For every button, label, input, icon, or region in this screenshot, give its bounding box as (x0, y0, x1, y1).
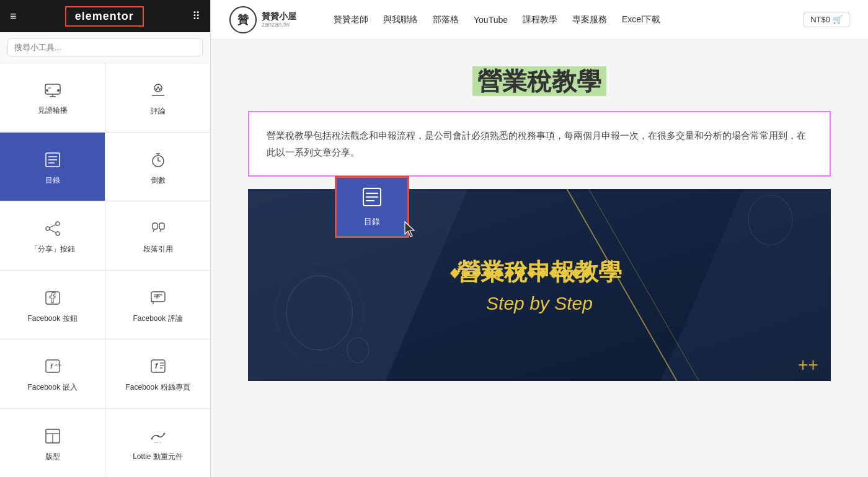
top-bar: ≡ elementor ⠿ (0, 0, 210, 32)
svg-text:</>: </> (55, 362, 61, 368)
nav-blog[interactable]: 部落格 (433, 14, 459, 25)
blockquote-icon (149, 220, 167, 240)
widget-countdown[interactable]: 倒數 (105, 133, 210, 201)
widget-lottie[interactable]: - - - Lottie 動重元件 (105, 409, 210, 478)
widget-facebook-embed[interactable]: f </> Facebook 嵌入 (0, 339, 105, 408)
svg-point-37 (151, 437, 153, 439)
widget-testimonial-carousel-label: 見證輪播 (38, 106, 68, 116)
svg-point-18 (56, 232, 60, 235)
search-input[interactable] (7, 38, 203, 56)
left-panel: ≡ elementor ⠿ 見證輪播 (0, 0, 211, 477)
widget-fb-page-label: Facebook 粉絲專頁 (125, 383, 190, 393)
svg-text:f: f (155, 362, 158, 370)
testimonial-carousel-icon (43, 82, 62, 101)
cart-button[interactable]: NT$0 🛒 (804, 12, 849, 27)
widget-blockquote[interactable]: 段落引用 (105, 201, 210, 270)
countdown-icon (149, 151, 167, 171)
floating-widget-label: 目錄 (364, 216, 380, 227)
svg-text:++: ++ (798, 354, 818, 375)
widget-facebook-page[interactable]: f Facebook 粉絲專頁 (105, 339, 210, 408)
banner-title: 營業稅申報教學 (457, 256, 622, 288)
logo-text: 贊贊小屋 (262, 11, 296, 22)
facebook-button-icon (44, 289, 61, 309)
widget-fb-embed-label: Facebook 嵌入 (27, 383, 77, 393)
widget-facebook-comments[interactable]: f Facebook 評論 (105, 271, 210, 339)
template-icon (44, 427, 61, 447)
widget-facebook-button[interactable]: Facebook 按鈕 (0, 271, 105, 339)
svg-point-38 (157, 435, 159, 437)
nav-course[interactable]: 課程教學 (523, 14, 557, 25)
facebook-page-icon: f (149, 358, 167, 378)
widget-table-of-contents[interactable]: 目錄 (0, 133, 105, 201)
lottie-icon: - - - (149, 427, 167, 447)
widget-lottie-label: Lottie 動重元件 (133, 452, 183, 462)
elementor-title: elementor (65, 6, 144, 27)
svg-rect-0 (45, 84, 60, 94)
widget-testimonial-carousel[interactable]: 見證輪播 (0, 63, 105, 132)
review-icon (149, 82, 167, 102)
page-title: 營業稅教學 (472, 66, 606, 96)
floating-widget-overlay[interactable]: 目錄 (335, 176, 409, 238)
page-content: 營業稅教學 營業稅教學包括稅法觀念和申報流程，是公司會計必須熟悉的稅務事項，每兩… (211, 40, 868, 477)
cart-label: NT$0 (810, 15, 830, 24)
widget-review-label: 評論 (151, 107, 166, 116)
content-area: 營業稅教學 營業稅教學包括稅法觀念和申報流程，是公司會計必須熟悉的稅務事項，每兩… (211, 40, 868, 393)
banner-subtitle: Step by Step (457, 293, 622, 314)
svg-text:- - -: - - - (154, 440, 162, 444)
svg-point-39 (163, 432, 165, 434)
nav-youtube[interactable]: YouTube (474, 15, 508, 25)
widget-fb-button-label: Facebook 按鈕 (27, 314, 77, 324)
nav-zanzan-teacher[interactable]: 贊贊老師 (334, 14, 368, 25)
cart-icon: 🛒 (833, 15, 843, 24)
text-block-content: 營業稅教學包括稅法觀念和申報流程，是公司會計必須熟悉的稅務事項，每兩個月申報一次… (267, 127, 812, 160)
site-logo: 贊 贊贊小屋 zanzan.tw (229, 6, 296, 33)
text-block-wrapper: 營業稅教學包括稅法觀念和申報流程，是公司會計必須熟悉的稅務事項，每兩個月申報一次… (248, 111, 831, 177)
logo-circle: 贊 (229, 6, 257, 33)
svg-rect-29 (151, 360, 165, 372)
svg-point-4 (57, 89, 60, 92)
nav-right: NT$0 🛒 (804, 12, 849, 27)
search-bar (0, 32, 210, 63)
svg-text:f: f (50, 362, 53, 370)
widget-toc-label: 目錄 (45, 176, 60, 186)
svg-point-16 (56, 222, 60, 225)
svg-point-5 (154, 84, 162, 92)
widget-share-button[interactable]: 「分享」按鈕 (0, 201, 105, 270)
logo-sub: zanzan.tw (262, 21, 296, 28)
toc-icon (44, 151, 61, 171)
site-header: 贊 贊贊小屋 zanzan.tw 贊贊老師 與我聯絡 部落格 YouTube 課… (211, 0, 868, 40)
floating-widget-icon (362, 187, 382, 211)
nav-contact[interactable]: 與我聯絡 (383, 14, 418, 25)
nav-links: 贊贊老師 與我聯絡 部落格 YouTube 課程教學 專案服務 Excel下載 (334, 14, 791, 25)
hamburger-icon[interactable]: ≡ (10, 10, 17, 23)
svg-line-20 (50, 230, 56, 233)
banner-text: 營業稅申報教學 Step by Step (457, 256, 622, 314)
widget-share-label: 「分享」按鈕 (30, 245, 75, 255)
widget-blockquote-label: 段落引用 (143, 245, 173, 255)
widget-review[interactable]: 評論 (105, 63, 210, 132)
svg-line-19 (50, 225, 56, 228)
svg-point-17 (46, 227, 50, 230)
svg-rect-21 (46, 292, 60, 304)
widget-fb-comments-label: Facebook 評論 (133, 314, 182, 324)
widget-countdown-label: 倒數 (151, 176, 166, 186)
facebook-embed-icon: f </> (44, 358, 61, 378)
nav-excel[interactable]: Excel下載 (622, 14, 660, 25)
right-panel: 贊 贊贊小屋 zanzan.tw 贊贊老師 與我聯絡 部落格 YouTube 課… (211, 0, 868, 477)
widgets-grid: 見證輪播 評論 目錄 (0, 63, 210, 477)
nav-project[interactable]: 專案服務 (572, 14, 607, 25)
widget-template-label: 版型 (45, 452, 60, 462)
share-icon (44, 220, 61, 240)
grid-icon[interactable]: ⠿ (192, 9, 200, 23)
page-title-section: 營業稅教學 (248, 64, 831, 98)
widget-template[interactable]: 版型 (0, 409, 105, 478)
facebook-comments-icon: f (149, 289, 167, 309)
svg-point-3 (46, 89, 48, 92)
